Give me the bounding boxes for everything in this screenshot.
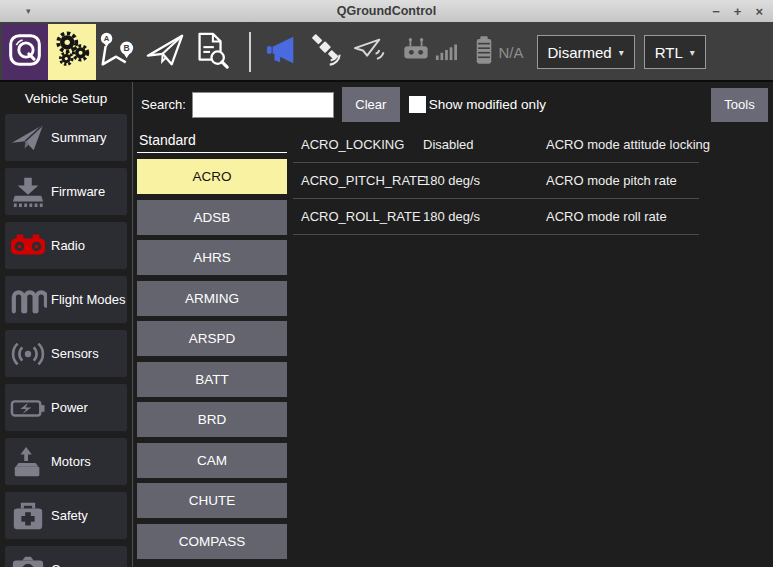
group-button-arming[interactable]: ARMING <box>137 281 287 316</box>
radio-transmitter-icon <box>5 229 51 263</box>
armed-state-dropdown[interactable]: Disarmed ▾ <box>537 35 635 69</box>
parameter-group-list: Standard ACRO ADSB AHRS ARMING ARSPD BAT… <box>137 127 287 567</box>
flight-mode-label: RTL <box>655 44 683 61</box>
main-toolbar: A B <box>0 22 773 82</box>
title-bar: ▾ QGroundControl − + × <box>0 0 773 22</box>
motors-icon <box>5 445 51 479</box>
param-name: ACRO_ROLL_RATE <box>301 209 423 224</box>
rc-signal-bars-icon <box>435 37 457 67</box>
flight-mode-dropdown[interactable]: RTL ▾ <box>644 35 706 69</box>
sidebar-item-label: Summary <box>51 130 107 145</box>
qgc-home-button[interactable] <box>2 24 48 80</box>
param-value: Disabled <box>423 137 546 152</box>
tools-button[interactable]: Tools <box>711 88 768 122</box>
show-modified-label: Show modified only <box>429 97 546 112</box>
summary-plane-icon <box>5 121 51 155</box>
window-menu-icon[interactable]: ▾ <box>26 7 31 16</box>
sidebar-title: Vehicle Setup <box>0 82 132 113</box>
parameter-table: ACRO_LOCKING Disabled ACRO mode attitude… <box>293 127 699 567</box>
telemetry-signal-icon <box>353 35 385 69</box>
fly-view-button[interactable] <box>142 24 188 80</box>
power-battery-icon <box>5 391 51 425</box>
minimize-button[interactable]: − <box>712 5 720 18</box>
sidebar-item-label: Firmware <box>51 184 105 199</box>
param-value: 180 deg/s <box>423 173 546 188</box>
chevron-down-icon: ▾ <box>619 47 624 58</box>
sidebar-item-flight-modes[interactable]: Flight Modes <box>5 276 127 323</box>
flight-modes-wave-icon <box>5 283 51 317</box>
toolbar-separator <box>249 32 251 72</box>
armed-state-label: Disarmed <box>548 44 612 61</box>
plan-route-icon: A B <box>97 29 141 75</box>
search-label: Search: <box>141 97 186 112</box>
group-button-adsb[interactable]: ADSB <box>137 200 287 235</box>
group-button-brd[interactable]: BRD <box>137 402 287 437</box>
qgc-logo-icon <box>4 29 46 75</box>
gps-satellite-icon <box>309 33 343 71</box>
vehicle-setup-sidebar: Vehicle Setup Summary <box>0 82 133 567</box>
sidebar-item-camera[interactable]: Camera <box>5 546 127 567</box>
close-button[interactable]: × <box>755 5 763 18</box>
sidebar-item-safety[interactable]: Safety <box>5 492 127 539</box>
audio-megaphone-icon <box>265 34 299 70</box>
battery-status-button[interactable] <box>474 24 494 80</box>
sidebar-item-firmware[interactable]: Firmware <box>5 168 127 215</box>
sidebar-item-radio[interactable]: Radio <box>5 222 127 269</box>
param-description: ACRO mode attitude locking <box>546 137 710 152</box>
clear-button[interactable]: Clear <box>342 87 400 122</box>
gps-status-button[interactable] <box>309 24 343 80</box>
chevron-down-icon: ▾ <box>690 47 695 58</box>
analyze-doc-icon <box>191 29 231 75</box>
table-row[interactable]: ACRO_LOCKING Disabled ACRO mode attitude… <box>293 127 699 163</box>
group-button-chute[interactable]: CHUTE <box>137 483 287 518</box>
param-name: ACRO_LOCKING <box>301 137 423 152</box>
fly-plane-icon <box>144 30 186 74</box>
param-value: 180 deg/s <box>423 209 546 224</box>
sidebar-item-label: Power <box>51 400 88 415</box>
battery-status-label: N/A <box>499 44 524 61</box>
parameter-filter-bar: Search: Clear Show modified only Tools <box>133 82 773 127</box>
svg-text:B: B <box>124 43 130 53</box>
firmware-download-icon <box>5 175 51 209</box>
rc-status-button[interactable] <box>402 24 430 80</box>
gears-icon <box>51 29 93 75</box>
table-row[interactable]: ACRO_ROLL_RATE 180 deg/s ACRO mode roll … <box>293 199 699 235</box>
sidebar-item-summary[interactable]: Summary <box>5 114 127 161</box>
safety-case-icon <box>5 499 51 533</box>
group-button-acro[interactable]: ACRO <box>137 159 287 194</box>
show-modified-checkbox[interactable] <box>409 96 426 113</box>
battery-icon <box>474 35 494 69</box>
param-description: ACRO mode roll rate <box>546 209 667 224</box>
sidebar-item-label: Safety <box>51 508 88 523</box>
maximize-button[interactable]: + <box>734 5 742 18</box>
audio-status-button[interactable] <box>265 24 299 80</box>
sensors-signal-icon <box>5 337 51 371</box>
telemetry-status-button[interactable] <box>353 24 385 80</box>
sidebar-item-motors[interactable]: Motors <box>5 438 127 485</box>
group-header: Standard <box>137 127 287 152</box>
plan-view-button[interactable]: A B <box>96 24 142 80</box>
group-button-arspd[interactable]: ARSPD <box>137 321 287 356</box>
search-input[interactable] <box>192 92 334 118</box>
group-header-underline <box>137 152 287 153</box>
group-button-cam[interactable]: CAM <box>137 443 287 478</box>
rc-transmitter-icon <box>402 36 430 68</box>
camera-icon <box>5 553 51 567</box>
vehicle-setup-button[interactable] <box>48 24 96 80</box>
group-button-ahrs[interactable]: AHRS <box>137 240 287 275</box>
table-row[interactable]: ACRO_PITCH_RATE 180 deg/s ACRO mode pitc… <box>293 163 699 199</box>
svg-text:A: A <box>104 34 110 43</box>
param-name: ACRO_PITCH_RATE <box>301 173 423 188</box>
sidebar-item-label: Motors <box>51 454 91 469</box>
sidebar-item-sensors[interactable]: Sensors <box>5 330 127 377</box>
sidebar-item-label: Camera <box>51 562 97 567</box>
analyze-view-button[interactable] <box>188 24 234 80</box>
group-button-batt[interactable]: BATT <box>137 362 287 397</box>
sidebar-item-label: Flight Modes <box>51 292 125 307</box>
sidebar-item-label: Radio <box>51 238 85 253</box>
group-button-compass[interactable]: COMPASS <box>137 524 287 559</box>
param-description: ACRO mode pitch rate <box>546 173 677 188</box>
rc-signal-strength <box>435 24 457 80</box>
sidebar-item-power[interactable]: Power <box>5 384 127 431</box>
sidebar-item-label: Sensors <box>51 346 99 361</box>
